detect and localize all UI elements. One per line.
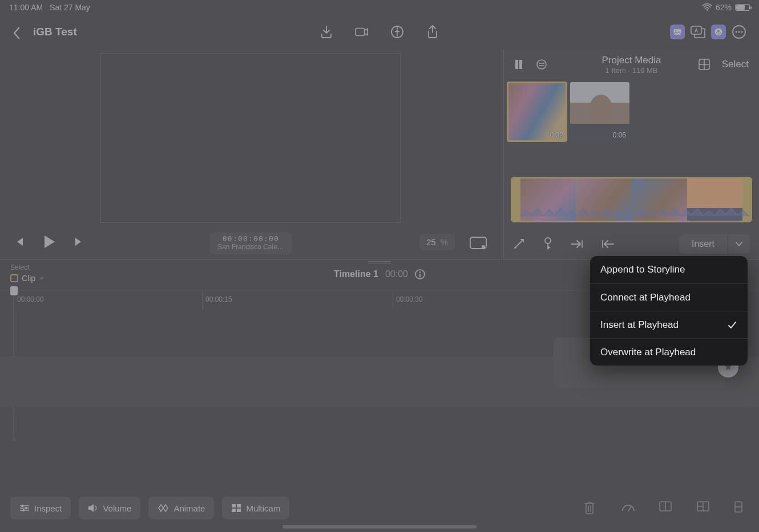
svg-rect-1	[356, 29, 365, 36]
filmstrip-view-icon[interactable]	[514, 59, 526, 70]
viewer-clip-name: San Francisco Cele…	[217, 243, 284, 251]
next-frame-button[interactable]	[73, 236, 84, 247]
media-browser: Project Media 1 Item · 116 MB Select 0:3…	[503, 49, 759, 260]
trash-icon[interactable]	[583, 501, 598, 515]
layout-icon[interactable]	[659, 501, 673, 515]
grid-view-icon[interactable]	[698, 58, 710, 71]
voice-over-icon[interactable]	[390, 25, 405, 39]
panel-grip[interactable]	[368, 261, 391, 263]
svg-rect-27	[237, 504, 241, 507]
timecode-value: 00:00:00:00	[217, 234, 284, 243]
svg-point-16	[537, 60, 546, 69]
menu-item-insert[interactable]: Insert at Playhead	[590, 311, 748, 338]
project-title: iGB Test	[33, 26, 77, 38]
status-date: Sat 27 May	[50, 3, 90, 12]
zoom-control[interactable]: 25 %	[419, 234, 455, 250]
svg-point-9	[736, 31, 737, 33]
list-view-icon[interactable]	[536, 59, 547, 70]
svg-point-11	[741, 31, 743, 33]
layout3-icon[interactable]	[734, 501, 749, 515]
svg-point-24	[25, 507, 27, 509]
clip-filmstrip[interactable]	[511, 177, 752, 222]
status-bar: 11:00 AM Sat 27 May 62%	[0, 0, 759, 15]
import-icon[interactable]	[319, 25, 334, 39]
menu-item-overwrite[interactable]: Overwrite at Playhead	[590, 338, 748, 366]
top-toolbar: iGB Test	[0, 16, 759, 48]
svg-rect-15	[519, 60, 522, 69]
svg-rect-7	[717, 30, 720, 33]
svg-point-13	[482, 245, 485, 249]
svg-rect-5	[691, 26, 701, 34]
timeline-select-label: Select	[10, 263, 29, 271]
speed-icon[interactable]	[621, 501, 636, 515]
svg-rect-3	[674, 29, 681, 34]
timecode-readout[interactable]: 00:00:00:00 San Francisco Cele…	[209, 232, 292, 254]
svg-point-25	[22, 509, 25, 511]
timeline-info-icon[interactable]	[415, 269, 425, 279]
timeline-clip-label[interactable]: Clip	[10, 274, 45, 283]
svg-rect-28	[232, 509, 236, 512]
more-icon[interactable]	[732, 25, 746, 39]
menu-item-connect[interactable]: Connect at Playhead	[590, 283, 748, 311]
svg-rect-29	[237, 509, 241, 512]
multicam-button[interactable]: Multicam	[222, 497, 289, 519]
inspect-button[interactable]: Inspect	[10, 497, 71, 519]
range-handle-left[interactable]	[512, 178, 520, 221]
svg-point-4	[675, 30, 676, 31]
media-clip[interactable]: 0:32	[507, 82, 567, 141]
keyword-icon[interactable]	[543, 237, 553, 251]
insert-mode-menu: Append to Storyline Connect at Playhead …	[590, 256, 748, 366]
fit-viewer-button[interactable]	[469, 235, 488, 250]
media-clip[interactable]: 0:06	[570, 82, 629, 141]
svg-point-18	[545, 238, 551, 243]
menu-item-append[interactable]: Append to Storyline	[590, 256, 748, 283]
clip-duration: 0:06	[613, 131, 626, 139]
back-button[interactable]	[13, 27, 23, 37]
timeline-scrollbar[interactable]	[282, 525, 477, 529]
play-button[interactable]	[41, 234, 57, 250]
svg-point-0	[706, 9, 708, 11]
clip-duration: 0:32	[550, 131, 563, 139]
share-icon[interactable]	[425, 25, 440, 39]
insert-dropdown-button[interactable]	[728, 234, 750, 254]
status-time: 11:00 AM	[9, 3, 43, 12]
svg-point-23	[21, 505, 23, 507]
timeline-duration: 00:00	[385, 269, 408, 279]
viewer-canvas[interactable]	[100, 53, 401, 223]
audio-library-toggle[interactable]	[711, 25, 726, 39]
photos-toggle[interactable]	[670, 25, 685, 39]
battery-pct: 62%	[716, 3, 732, 12]
timeline-name: Timeline 1	[334, 269, 378, 279]
checkmark-icon	[727, 320, 737, 330]
svg-rect-14	[515, 60, 518, 69]
bottom-toolbar: Inspect Volume Animate Multicam	[0, 494, 759, 522]
insert-button[interactable]: Insert	[679, 234, 727, 254]
zoom-unit: %	[441, 237, 448, 247]
go-forward-icon[interactable]	[570, 239, 584, 249]
prev-frame-button[interactable]	[14, 236, 25, 247]
layout2-icon[interactable]	[696, 501, 711, 515]
wifi-icon	[702, 3, 712, 11]
camera-icon[interactable]	[354, 25, 369, 39]
svg-point-10	[738, 31, 740, 33]
svg-rect-22	[419, 274, 421, 277]
select-mode-button[interactable]: Select	[722, 59, 749, 70]
svg-rect-19	[11, 275, 18, 282]
animate-button[interactable]: Animate	[148, 497, 214, 519]
svg-rect-26	[232, 504, 236, 507]
go-back-icon[interactable]	[601, 239, 615, 249]
battery-icon	[735, 4, 750, 11]
viewer-panel: 00:00:00:00 San Francisco Cele… 25 %	[0, 49, 502, 260]
zoom-value: 25	[426, 237, 436, 247]
mark-icon[interactable]	[513, 238, 526, 250]
volume-button[interactable]: Volume	[79, 497, 140, 519]
svg-point-21	[419, 271, 421, 273]
titles-icon[interactable]	[691, 25, 705, 39]
